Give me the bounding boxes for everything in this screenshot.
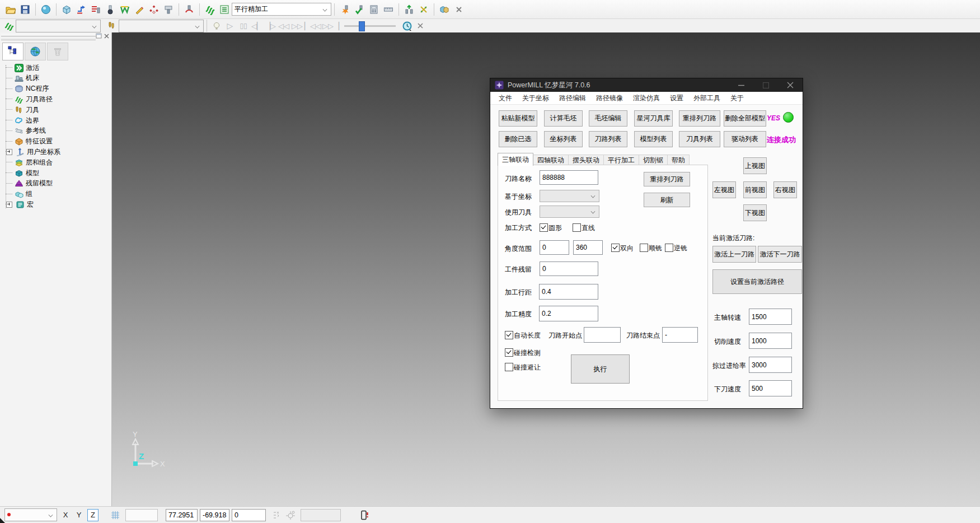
axis-x-button[interactable]: X <box>60 510 71 521</box>
tree-item-feature-sets[interactable]: 特征设置 <box>0 137 53 147</box>
menu-path-mirror[interactable]: 路径镜像 <box>591 94 628 103</box>
tolerance-input[interactable] <box>539 306 598 321</box>
panel-grip[interactable] <box>1 34 96 37</box>
tree-item-nc-programs[interactable]: NC程序 <box>0 84 49 94</box>
stock-remain-input[interactable] <box>540 262 598 276</box>
tool-icon[interactable] <box>103 2 118 17</box>
view-front-button[interactable]: 前视图 <box>743 181 767 198</box>
line-checkbox[interactable] <box>573 223 581 232</box>
plunge-feed-input[interactable] <box>749 380 792 396</box>
rearrange-toolpaths-button[interactable]: 重排列刀路 <box>679 110 720 127</box>
pattern-icon[interactable] <box>132 2 147 17</box>
tree-item-tools[interactable]: 刀具 <box>0 105 39 115</box>
rewind-icon[interactable]: ◁◁ <box>277 20 290 32</box>
execute-button[interactable]: 执行 <box>571 354 630 384</box>
close-sim-toolbar-icon[interactable] <box>414 20 427 32</box>
tab-swivel-head[interactable]: 摆头联动 <box>568 155 604 166</box>
activate-next-toolpath-button[interactable]: 激活下一刀路 <box>758 246 802 263</box>
view-left-button[interactable]: 左视图 <box>712 181 736 198</box>
start-point-input[interactable] <box>584 327 621 343</box>
model-list-button[interactable]: 模型列表 <box>634 131 673 147</box>
block-icon[interactable] <box>59 2 74 17</box>
menu-path-edit[interactable]: 路径编辑 <box>554 94 591 103</box>
view-top-button[interactable]: 上视图 <box>743 157 767 174</box>
panel-grip[interactable] <box>1 38 96 40</box>
cutting-feed-input[interactable] <box>749 333 792 349</box>
feeds-speeds-icon[interactable] <box>88 2 103 17</box>
step-forward-icon[interactable]: ▕▷ <box>264 20 277 32</box>
angle-to-input[interactable] <box>573 240 603 255</box>
view-bottom-button[interactable]: 下视图 <box>743 204 767 221</box>
open-project-icon[interactable] <box>3 2 18 17</box>
drive-list-button[interactable]: 驱动列表 <box>724 131 766 147</box>
close-toolbar-icon[interactable] <box>452 2 466 17</box>
tool-retract-icon[interactable] <box>402 2 416 17</box>
tab-explorer-tree[interactable] <box>2 43 24 60</box>
spindle-speed-input[interactable] <box>749 309 792 325</box>
activate-prev-toolpath-button[interactable]: 激活上一刀路 <box>712 246 756 263</box>
stock-edit-button[interactable]: 毛坯编辑 <box>589 110 627 127</box>
circle-checkbox[interactable] <box>540 223 548 232</box>
tree-item-activate[interactable]: 激活 <box>0 63 39 73</box>
active-strategy-dropdown[interactable]: 平行精加工 <box>232 3 331 16</box>
climb-checkbox[interactable] <box>640 244 648 252</box>
rapid-moves-icon[interactable] <box>74 2 88 17</box>
slider-handle[interactable] <box>359 21 365 31</box>
menu-settings[interactable]: 设置 <box>665 94 688 103</box>
grid-snap-icon[interactable] <box>110 510 121 521</box>
go-start-icon[interactable]: ▏◁◁ <box>304 20 322 32</box>
galaxy-tool-library-button[interactable]: 星河刀具库 <box>634 110 673 127</box>
toolpath-icon[interactable] <box>203 2 217 17</box>
play-icon[interactable]: ▷ <box>223 20 237 32</box>
compare-blocks-icon[interactable] <box>437 2 452 17</box>
viewmill-ball-icon[interactable] <box>39 2 53 17</box>
minimize-button[interactable] <box>729 78 753 92</box>
leads-links-icon[interactable] <box>182 2 196 17</box>
close-button[interactable] <box>778 78 803 92</box>
workplane-points-icon[interactable] <box>147 2 161 17</box>
base-coord-dropdown[interactable] <box>540 190 599 202</box>
collision-check-icon[interactable] <box>337 2 352 17</box>
auto-length-checkbox[interactable] <box>505 331 513 339</box>
paste-new-model-button[interactable]: 粘贴新模型 <box>499 110 537 127</box>
save-project-icon[interactable] <box>18 2 32 17</box>
panel-float-icon[interactable] <box>96 33 102 40</box>
go-end-icon[interactable]: ▷▷▕ <box>322 20 340 32</box>
point-distribution-icon[interactable] <box>416 2 431 17</box>
locate-compass-icon[interactable] <box>285 510 296 521</box>
expand-icon[interactable] <box>6 149 12 155</box>
tab-parallel[interactable]: 平行加工 <box>603 155 639 166</box>
delete-all-models-button[interactable]: 删除全部模型 <box>724 110 766 127</box>
collision-detect-checkbox[interactable] <box>505 348 513 357</box>
coord-list-button[interactable]: 坐标列表 <box>544 131 583 147</box>
tree-item-macros[interactable]: 宏 <box>0 199 34 209</box>
tab-4axis[interactable]: 四轴联动 <box>533 155 569 166</box>
tree-item-toolpaths[interactable]: 刀具路径 <box>0 94 53 104</box>
maximize-button[interactable] <box>753 78 778 92</box>
angle-from-input[interactable] <box>540 240 569 255</box>
refresh-button[interactable]: 刷新 <box>644 193 690 207</box>
dialog-title-bar[interactable]: PowerMILL 忆梦星河 7.0.6 <box>490 78 803 92</box>
delete-selected-button[interactable]: 删除已选 <box>499 131 537 147</box>
skim-feed-input[interactable] <box>749 357 792 373</box>
strategies-icon[interactable] <box>118 2 132 17</box>
bidirectional-checkbox[interactable] <box>611 244 620 252</box>
compute-stock-button[interactable]: 计算毛坯 <box>544 110 583 127</box>
step-back-icon[interactable]: ◁▏ <box>250 20 264 32</box>
verify-icon[interactable] <box>352 2 367 17</box>
tab-saw[interactable]: 切割锯 <box>639 155 668 166</box>
tab-help[interactable]: 帮助 <box>667 155 690 166</box>
tree-item-groups[interactable]: 组 <box>0 189 32 199</box>
collision-avoid-checkbox[interactable] <box>505 363 513 371</box>
expand-icon[interactable] <box>6 202 12 208</box>
tree-item-levels-sets[interactable]: 层和组合 <box>0 157 53 167</box>
menu-file[interactable]: 文件 <box>494 94 517 103</box>
pause-icon[interactable]: ▯▯ <box>237 20 250 32</box>
device-connection-icon[interactable] <box>359 510 370 521</box>
tree-item-machine-tool[interactable]: 机床 <box>0 73 39 83</box>
tree-item-boundaries[interactable]: 边界 <box>0 115 39 125</box>
tab-3axis[interactable]: 三轴联动 <box>498 153 533 166</box>
set-active-path-button[interactable]: 设置当前激活路径 <box>712 269 802 294</box>
clock-icon[interactable] <box>400 20 414 32</box>
conventional-checkbox[interactable] <box>665 244 673 252</box>
